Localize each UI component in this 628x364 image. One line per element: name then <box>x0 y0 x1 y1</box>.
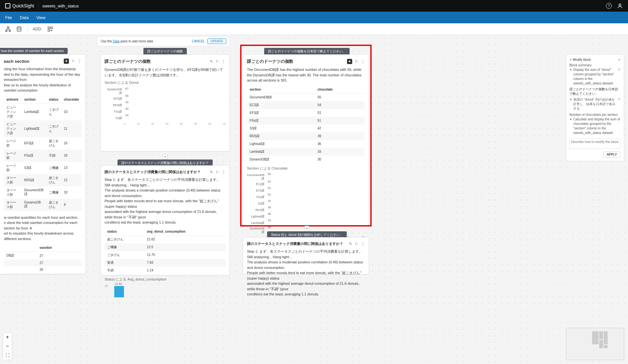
svg-rect-5 <box>48 27 50 28</box>
table-row[interactable]: タベース部DynamoDB課超ごきげん9 <box>4 199 82 211</box>
table-row[interactable]: 26 <box>4 266 82 273</box>
undo-icon[interactable]: ↶ <box>618 68 621 86</box>
update-button[interactable]: UPDATE <box>207 39 226 44</box>
zoom-in-button[interactable]: + <box>3 333 12 342</box>
card-status-2: 課のステータスとスナック消費量の間に関係はありますか？ ✎ ⚐ ⋮ Step 1… <box>243 237 369 274</box>
data-link[interactable]: Data <box>113 39 119 43</box>
more-icon[interactable]: ⋮ <box>78 59 82 63</box>
table-row[interactable]: DB課27 <box>4 252 82 260</box>
table-row[interactable]: DynamoDB課30 <box>247 156 365 163</box>
table-row[interactable]: タベース部RDS課超ごきげん12 <box>4 174 82 186</box>
menu-view[interactable]: View <box>36 15 45 20</box>
help-icon[interactable]: ? <box>606 3 612 9</box>
svg-point-0 <box>619 4 621 6</box>
sparkle-icon: ✦ <box>569 117 572 135</box>
add-block-icon[interactable] <box>47 26 53 32</box>
query-pill-2: 課ごとのドーナツの個数 <box>143 48 187 55</box>
status-chart: 25 21.62 <box>105 284 226 297</box>
osenbei-table-2: osenbei DB課272726DB課2222221818 <box>4 244 82 274</box>
card-donut: 課ごとのドーナツの個数 ✎ ⚐ ⋮ DynamoDB課が67個で最も多くのドーナ… <box>100 54 230 151</box>
more-icon[interactable]: ⋮ <box>361 59 365 64</box>
menu-data[interactable]: Data <box>20 15 28 20</box>
history-item: 課ごとのドーナツの個数を日本語で教えてください。 <box>569 87 621 96</box>
osenbei-table: artment section status chocolate ビューティング… <box>4 96 82 211</box>
table-row[interactable]: DB課22 <box>4 273 82 274</box>
table-row[interactable]: ご機嫌12.5 <box>105 243 226 251</box>
product-name: QuickSight <box>12 3 34 8</box>
flag-icon[interactable]: ⚐ <box>355 59 358 64</box>
table-row[interactable]: EFS課51 <box>247 109 365 117</box>
zoom-controls: + − ⛶ <box>3 332 12 360</box>
flag-icon[interactable]: ⚐ <box>216 59 219 64</box>
table-row[interactable]: ビューティング課Lambda課ごきげん10 <box>4 103 82 120</box>
more-icon[interactable]: ⋮ <box>361 242 365 246</box>
query-pill-3: 課ごとのドーナツの個数を日本語で教えてください。 <box>264 48 350 55</box>
sub-label: Number of chocolates per section <box>569 113 621 116</box>
table-row[interactable]: Lambda課33 <box>247 148 365 156</box>
chart-axis: 010203040506070 <box>105 122 226 125</box>
table-row[interactable]: EC2課54 <box>247 101 365 109</box>
modify-input[interactable] <box>569 138 621 149</box>
add-label: ADD: <box>33 27 42 31</box>
chart-title: Section による Donut <box>105 80 226 85</box>
table-row[interactable]: DocumentDB課55 <box>247 93 365 101</box>
user-icon[interactable] <box>617 3 623 9</box>
chart-title: Section による Chocolate <box>247 166 365 171</box>
more-icon[interactable]: ⋮ <box>222 170 226 174</box>
menu-file[interactable]: File <box>5 15 12 20</box>
table-row[interactable]: タベース部DocumentDB課ご機嫌18 <box>4 186 82 199</box>
card-status: 課のステータスとスナック消費量の間に関係はありますか？ ✎ ⚐ ⋮ Step 1… <box>100 165 230 275</box>
bar-row: RDS課39 <box>247 207 365 213</box>
menubar: File Data View <box>0 12 628 23</box>
plus-icon[interactable]: + <box>304 226 309 231</box>
status-table: status avg_donut_consumption 超ごきげん21.62ご… <box>105 228 226 274</box>
canvas[interactable]: Use the Data pane to add more data CANCE… <box>0 35 628 364</box>
edit-icon[interactable]: ✎ <box>210 170 213 174</box>
database-icon[interactable] <box>16 26 22 32</box>
card-title: 課のステータスとスナック消費量の間に関係はありますか？ <box>105 170 201 174</box>
flag-icon[interactable]: ⚐ <box>72 59 75 63</box>
flag-icon[interactable]: ⚐ <box>216 170 219 174</box>
plus-icon[interactable]: + <box>163 154 168 159</box>
svg-rect-7 <box>50 27 52 28</box>
minimap[interactable] <box>566 328 624 360</box>
bar-row: DocumentDB課55 <box>247 173 365 181</box>
table-row[interactable]: Lightsail課36 <box>247 140 365 148</box>
table-row[interactable]: レージ部S3課ご機嫌13 <box>4 162 82 174</box>
table-row[interactable]: FSx課51 <box>247 117 365 125</box>
sparkle-icon[interactable]: ✦ <box>64 59 69 64</box>
bar-row: EC2課54 <box>247 182 365 187</box>
cancel-button[interactable]: CANCEL <box>192 39 205 43</box>
sparkle-icon[interactable]: ✦ <box>347 59 352 64</box>
edit-icon[interactable]: ✎ <box>210 59 213 64</box>
table-row[interactable]: ごきげん11.75 <box>105 251 226 259</box>
card-chocolate: 課ごとのドーナツの個数 ✦ ⚐ ⋮ The DocumentDB課 has th… <box>243 54 369 226</box>
bar-row: FSx課51 <box>247 194 365 200</box>
query-pill-1: how the number of osenbei for each secti… <box>0 48 68 54</box>
logo[interactable]: QuickSight <box>5 3 34 8</box>
table-row[interactable]: 27 <box>4 259 82 266</box>
table-row[interactable]: S3課42 <box>247 125 365 132</box>
bar-row: EFS課51 <box>247 188 365 194</box>
undo-icon[interactable]: ↶ <box>618 97 621 111</box>
table-row[interactable]: レージ部EFS課超ごきげん16 <box>4 137 82 149</box>
card-body: cting the hour information from the time… <box>4 66 82 93</box>
sitemap-icon[interactable] <box>5 26 11 32</box>
card-body: DynamoDB課が67個で最も多くのドーナツを持ち、EFS課が66個で続いてい… <box>105 67 226 78</box>
table-row[interactable]: ビューティング課Lightsail課ごきげん11 <box>4 120 82 137</box>
table-row[interactable]: 普通7.83 <box>105 259 226 267</box>
close-icon[interactable]: ✕ <box>618 58 621 61</box>
apply-button[interactable]: APPLY <box>603 151 621 158</box>
more-icon[interactable]: ⋮ <box>222 59 226 64</box>
fullscreen-button[interactable]: ⛶ <box>3 351 12 360</box>
zoom-out-button[interactable]: − <box>3 342 12 351</box>
edit-icon[interactable]: ✎ <box>349 242 352 246</box>
add-data-bar: Use the Data pane to add more data CANCE… <box>97 36 230 46</box>
table-row[interactable]: 不調1.14 <box>105 267 226 274</box>
table-row[interactable]: 超ごきげん21.62 <box>105 235 226 243</box>
chocolate-chart: DocumentDB課55EC2課54EFS課51FSx課51S3課42RDS課… <box>247 173 365 234</box>
table-row[interactable]: RDS課39 <box>247 132 365 140</box>
summary-item: ✦ Display the sum of "donut" column grou… <box>569 68 621 86</box>
table-row[interactable]: レージ部FSx課不調16 <box>4 149 82 162</box>
flag-icon[interactable]: ⚐ <box>355 242 358 246</box>
